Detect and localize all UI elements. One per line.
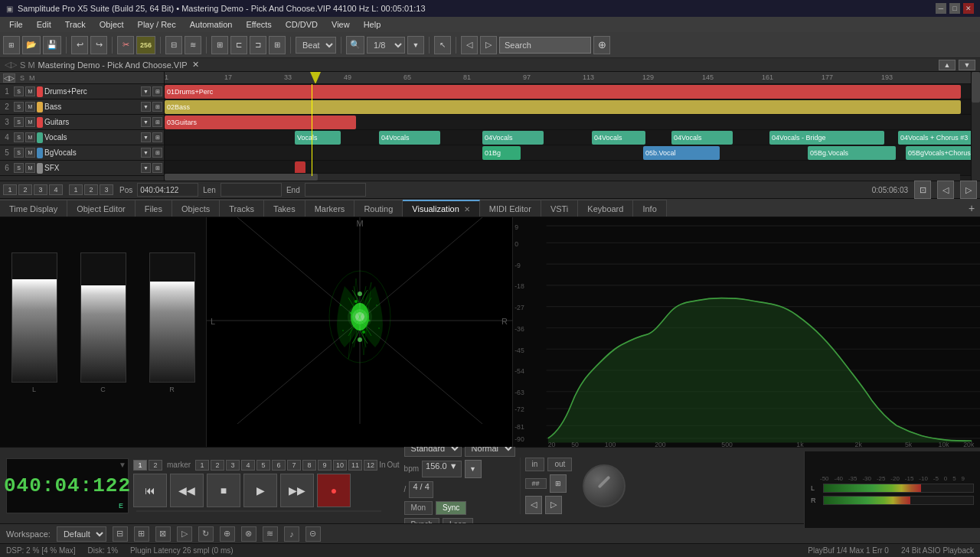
toolbar-save[interactable]: 💾 [43,36,61,54]
tab-tracks[interactable]: Tracks [220,200,264,217]
pb-left[interactable]: ◁ [525,496,542,514]
expand-down[interactable]: ▼ [959,60,975,70]
mk-1[interactable]: 1 [195,460,209,471]
tab-routing[interactable]: Routing [354,200,403,217]
marker-r3[interactable]: 3 [100,184,113,195]
track-mute-5[interactable]: M [25,148,35,158]
clip-3-1[interactable]: 03Guitars [165,116,356,129]
play-button[interactable]: ▶ [243,474,277,507]
clip-5-2[interactable]: 05b.Vocal [643,146,720,160]
track-solo-5[interactable]: S [14,148,24,158]
mk-7[interactable]: 7 [287,460,301,471]
track-tl-row-5[interactable]: 01Bg 05b.Vocal 05Bg.Vocals 05BgVocals+Ch… [165,145,971,161]
track-tl-row-1[interactable]: 01Drums+Perc [165,84,971,99]
ws-icon-1[interactable]: ⊟ [113,526,128,542]
ws-icon-10[interactable]: ⊝ [305,526,321,542]
mk-8[interactable]: 8 [302,460,316,471]
menu-edit[interactable]: Edit [31,18,57,31]
ws-icon-3[interactable]: ⊠ [155,526,171,542]
track-expand-3[interactable]: ▼ [141,117,151,127]
add-tab-button[interactable]: + [963,200,980,217]
track-solo-3[interactable]: S [14,117,24,127]
pb-right[interactable]: ▷ [545,496,562,514]
menu-track[interactable]: Track [59,18,92,31]
end-input[interactable] [305,183,366,197]
tab-time-display[interactable]: Time Display [0,200,67,217]
track-tl-row-2[interactable]: 02Bass [165,99,971,115]
track-collapse-all[interactable]: ◁▷ [3,73,15,83]
ws-icon-4[interactable]: ▷ [177,526,192,542]
toolbar-open[interactable]: 📂 [22,36,41,54]
menu-file[interactable]: File [3,18,29,31]
minimize-button[interactable]: ─ [936,3,946,14]
clip-5-3[interactable]: 05Bg.Vocals [808,146,896,160]
toolbar-something[interactable]: ⊐ [250,36,266,54]
v-scroll-thumb[interactable] [972,72,980,103]
tab-objects[interactable]: Objects [172,200,220,217]
h-scroll-thumb[interactable] [165,174,318,181]
clip-5-4[interactable]: 05BgVocals+Chorus #3 [906,146,971,160]
tab-files[interactable]: Files [136,200,172,217]
ws-icon-8[interactable]: ≋ [263,526,278,542]
sync-button[interactable]: Sync [436,501,466,515]
menu-view[interactable]: View [325,18,356,31]
menu-object[interactable]: Object [93,18,130,31]
stop-button[interactable]: ■ [207,474,240,507]
toolbar-snap[interactable]: ⊞ [269,36,286,54]
pos-input[interactable] [137,183,198,197]
click-settings[interactable]: ⊞ [550,474,567,493]
beat-select[interactable]: Beat [296,37,336,54]
len-input[interactable] [220,183,282,197]
search-input[interactable] [499,37,591,54]
track-mute-3[interactable]: M [25,117,35,127]
snap-select[interactable]: 1/8 1/4 1/16 [367,37,405,54]
back-button[interactable]: ◀◀ [170,474,204,507]
menu-automation[interactable]: Automation [184,18,239,31]
track-expand-1[interactable]: ▼ [141,86,151,96]
num-btn-2[interactable]: 2 [149,460,162,471]
ws-icon-5[interactable]: ↻ [198,526,214,542]
master-knob[interactable] [583,464,626,507]
midi-in-button[interactable]: in [525,458,545,471]
toolbar-256[interactable]: 256 [136,36,155,54]
track-menu-6[interactable]: ⊞ [152,163,162,173]
toolbar-arrange[interactable]: ⊞ [211,36,228,54]
mk-9[interactable]: 9 [318,460,332,471]
track-tl-row-4[interactable]: Vocals 04Vocals 04Vocals 04Vocals 04Voca… [165,130,971,145]
marker-4[interactable]: 4 [49,184,63,195]
track-menu-3[interactable]: ⊞ [152,117,162,127]
tab-visualization[interactable]: Visualization ✕ [403,200,480,217]
toolbar-eq[interactable]: ≋ [185,36,201,54]
toolbar-new[interactable]: ⊞ [3,36,20,54]
mk-4[interactable]: 4 [241,460,255,471]
track-menu-2[interactable]: ⊞ [152,102,162,112]
clip-4-3[interactable]: 04Vocals [482,131,544,145]
toolbar-undo[interactable]: ↩ [71,36,88,54]
tab-object-editor[interactable]: Object Editor [67,200,136,217]
menu-play-rec[interactable]: Play / Rec [132,18,182,31]
close-button[interactable]: ✕ [963,3,974,14]
toolbar-back[interactable]: ◁ [461,36,478,54]
track-menu-1[interactable]: ⊞ [152,86,162,96]
restore-button[interactable]: □ [949,3,960,14]
record-button[interactable]: ● [317,474,351,507]
click-btn[interactable]: ## [525,478,547,489]
marker-r1[interactable]: 1 [69,184,83,195]
ws-icon-2[interactable]: ⊞ [134,526,149,542]
menu-effects[interactable]: Effects [240,18,277,31]
clip-1-1[interactable]: 01Drums+Perc [165,85,961,99]
tab-takes[interactable]: Takes [264,200,305,217]
snap-dropdown[interactable]: ▼ [407,36,424,54]
clip-4-5[interactable]: 04Vocals [671,131,733,145]
track-mute-6[interactable]: M [25,163,35,173]
ws-icon-6[interactable]: ⊕ [220,526,235,542]
tab-midi-editor[interactable]: MIDI Editor [480,200,541,217]
search-button[interactable]: ⊕ [593,36,610,54]
tab-markers[interactable]: Markers [305,200,355,217]
track-solo-1[interactable]: S [14,86,24,96]
clip-4-1[interactable]: Vocals [295,131,341,145]
track-mute-4[interactable]: M [25,132,35,142]
toolbar-normalize[interactable]: ⊏ [230,36,247,54]
mk-6[interactable]: 6 [272,460,286,471]
toolbar-zoom-in[interactable]: 🔍 [346,36,364,54]
